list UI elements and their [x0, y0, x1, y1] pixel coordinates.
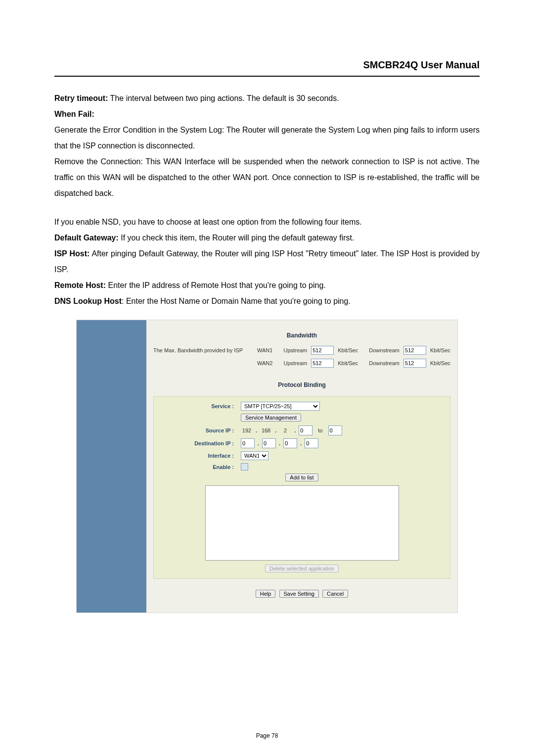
- interface-select[interactable]: WAN1: [241, 451, 268, 460]
- bandwidth-row-wan1: The Max. Bandwidth provided by ISP WAN1 …: [153, 346, 450, 355]
- wan2-upstream-input[interactable]: [311, 359, 334, 368]
- body-text: Retry timeout: The interval between two …: [54, 91, 480, 309]
- service-select[interactable]: SMTP [TCP/25~25]: [241, 402, 320, 411]
- service-management-button[interactable]: Service Management: [241, 414, 301, 422]
- wan1-upstream-label: Upstream: [284, 347, 308, 353]
- label-dns-lookup-host: DNS Lookup Host: [54, 297, 122, 305]
- label-when-fail: When Fail:: [54, 110, 94, 118]
- text-isp-host: After pinging Default Gateway, the Route…: [54, 249, 480, 274]
- service-label: Service :: [160, 403, 241, 409]
- doc-title: SMCBR24Q User Manual: [54, 59, 480, 71]
- interface-label: Interface :: [160, 453, 241, 459]
- wan2-upstream-label: Upstream: [284, 360, 308, 366]
- source-ip-oct3: 2: [279, 427, 291, 433]
- page-footer: Page 78: [0, 732, 534, 739]
- bandwidth-row-wan2: WAN2 Upstream Kbit/Sec Downstream Kbit/S…: [153, 359, 450, 368]
- dest-ip-oct3[interactable]: [283, 438, 297, 448]
- text-retry-timeout: The interval between two ping actions. T…: [108, 94, 339, 102]
- text-dns-lookup-host: : Enter the Host Name or Domain Name tha…: [122, 297, 351, 305]
- text-remove-connection: Remove the Connection: This WAN Interfac…: [54, 154, 480, 201]
- save-setting-button[interactable]: Save Setting: [279, 590, 319, 598]
- wan1-downstream-input[interactable]: [403, 346, 426, 355]
- wan1-label: WAN1: [257, 347, 272, 353]
- wan1-upstream-unit: Kbit/Sec: [338, 347, 358, 353]
- add-to-list-button[interactable]: Add to list: [285, 473, 318, 481]
- router-main: Bandwidth The Max. Bandwidth provided by…: [146, 320, 457, 613]
- binding-listbox[interactable]: [205, 485, 399, 561]
- text-default-gateway: If you check this item, the Router will …: [119, 234, 355, 242]
- source-ip-oct4[interactable]: [299, 425, 312, 435]
- document-page: SMCBR24Q User Manual Retry timeout: The …: [0, 0, 534, 756]
- dest-ip-oct4[interactable]: [305, 438, 318, 448]
- dest-ip-oct2[interactable]: [262, 438, 276, 448]
- label-retry-timeout: Retry timeout:: [54, 94, 108, 102]
- wan1-downstream-label: Downstream: [369, 347, 400, 353]
- wan2-label: WAN2: [257, 360, 272, 366]
- router-sidebar: [77, 320, 146, 613]
- bandwidth-caption: The Max. Bandwidth provided by ISP: [153, 347, 252, 353]
- enable-checkbox[interactable]: [241, 463, 248, 471]
- source-ip-label: Source IP :: [160, 427, 241, 433]
- source-ip-oct2: 168: [260, 427, 272, 433]
- wan2-downstream-label: Downstream: [369, 360, 400, 366]
- source-ip-to-label: to: [318, 427, 322, 433]
- protocol-binding-panel: Service : SMTP [TCP/25~25] Service Manag…: [153, 396, 450, 579]
- router-ui-screenshot: Bandwidth The Max. Bandwidth provided by…: [77, 320, 457, 613]
- bottom-button-row: Help Save Setting Cancel: [153, 590, 450, 598]
- source-ip-to[interactable]: [328, 425, 342, 435]
- text-nsd-intro: If you enable NSD, you have to choose at…: [54, 214, 480, 230]
- wan2-upstream-unit: Kbit/Sec: [338, 360, 358, 366]
- wan1-upstream-input[interactable]: [311, 346, 334, 355]
- enable-label: Enable :: [160, 464, 241, 470]
- dest-ip-oct1[interactable]: [241, 438, 255, 448]
- bandwidth-title: Bandwidth: [153, 332, 450, 339]
- text-generate-error: Generate the Error Condition in the Syst…: [54, 122, 480, 154]
- wan1-downstream-unit: Kbit/Sec: [430, 347, 450, 353]
- title-rule: [54, 76, 480, 77]
- label-default-gateway: Default Gateway:: [54, 234, 119, 242]
- delete-selected-button[interactable]: Delete selected application: [265, 565, 339, 572]
- label-isp-host: ISP Host:: [54, 249, 89, 258]
- wan2-downstream-unit: Kbit/Sec: [430, 360, 450, 366]
- help-button[interactable]: Help: [256, 590, 276, 598]
- protocol-binding-title: Protocol Binding: [153, 381, 450, 388]
- text-remote-host: Enter the IP address of Remote Host that…: [106, 281, 326, 289]
- source-ip-oct1: 192: [241, 427, 253, 433]
- cancel-button[interactable]: Cancel: [322, 590, 348, 598]
- wan2-downstream-input[interactable]: [403, 359, 426, 368]
- label-remote-host: Remote Host:: [54, 281, 106, 289]
- dest-ip-label: Destination IP :: [160, 440, 241, 446]
